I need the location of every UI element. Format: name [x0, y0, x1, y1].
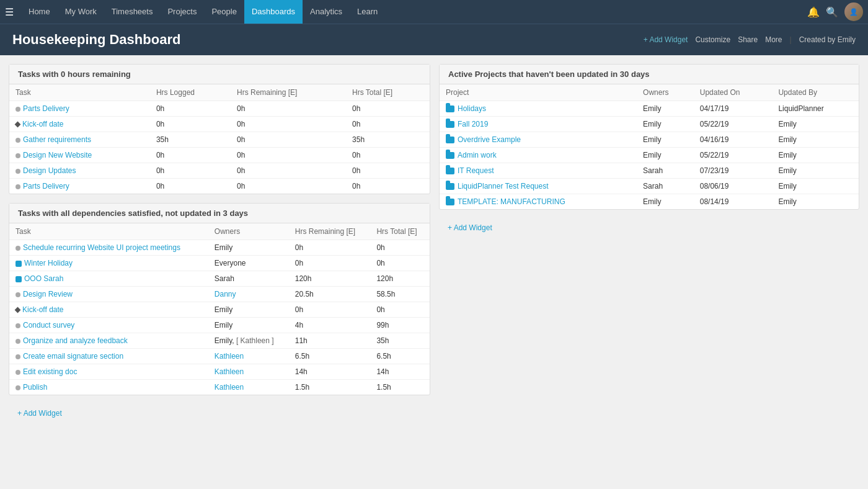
share-button[interactable]: Share — [738, 35, 758, 44]
hrs-total-cell: 6.5h — [370, 349, 430, 364]
task-link[interactable]: Design New Website — [23, 151, 92, 159]
owners-cell: Emily — [208, 240, 289, 256]
task-cell: Create email signature section — [9, 349, 208, 364]
task-link[interactable]: Organize and analyze feedback — [23, 336, 128, 345]
project-link[interactable]: Fall 2019 — [458, 120, 488, 128]
customize-button[interactable]: Customize — [695, 35, 730, 44]
nav-projects[interactable]: Projects — [160, 0, 204, 24]
col-task-1: Task — [9, 84, 150, 101]
task-cell: Winter Holiday — [9, 256, 208, 271]
col-owners-3: Owners — [637, 84, 694, 101]
nav-learn[interactable]: Learn — [350, 0, 385, 24]
col-task-2: Task — [9, 223, 208, 240]
project-link[interactable]: LiquidPlanner Test Request — [458, 182, 549, 191]
folder-icon — [446, 121, 454, 128]
project-cell: TEMPLATE: MANUFACTURING — [440, 194, 637, 210]
owners-cell: Emily — [637, 148, 694, 163]
hrs-remaining-cell: 0h — [231, 148, 346, 163]
header-actions: + Add Widget Customize Share More | Crea… — [644, 35, 856, 44]
right-add-widget-button[interactable]: + Add Widget — [439, 218, 859, 237]
header-add-widget-button[interactable]: + Add Widget — [644, 35, 688, 44]
project-cell: Overdrive Example — [440, 132, 637, 148]
task-link[interactable]: Parts Delivery — [23, 104, 69, 113]
owners-cell: Sarah — [208, 271, 289, 287]
hrs-total-cell: 35h — [370, 333, 430, 349]
project-link[interactable]: Overdrive Example — [458, 135, 521, 144]
dashboard-title: Housekeeping Dashboard — [12, 32, 180, 48]
owners-cell: Emily — [637, 194, 694, 210]
task-link[interactable]: Schedule recurring Website UI project me… — [23, 243, 180, 252]
table-row: Design Updates 0h 0h 0h — [9, 163, 430, 179]
project-link[interactable]: TEMPLATE: MANUFACTURING — [458, 197, 565, 206]
search-icon[interactable]: 🔍 — [826, 6, 838, 18]
circle-icon — [16, 370, 20, 375]
task-link[interactable]: Winter Holiday — [24, 259, 73, 267]
updated-by-cell: Emily — [772, 132, 859, 148]
project-link[interactable]: Holidays — [458, 104, 486, 113]
table-row: Conduct survey Emily 4h 99h — [9, 318, 430, 333]
more-button[interactable]: More — [765, 35, 782, 44]
notification-bell-icon[interactable]: 🔔 — [807, 6, 820, 18]
task-link[interactable]: Create email signature section — [23, 352, 123, 361]
project-link[interactable]: IT Request — [458, 166, 494, 175]
updated-by-cell: Emily — [772, 163, 859, 179]
hrs-total-cell: 0h — [346, 179, 430, 194]
hrs-total-cell: 120h — [370, 271, 430, 287]
task-link[interactable]: Gather requirements — [23, 135, 91, 144]
owners-cell: Everyone — [208, 256, 289, 271]
hrs-remaining-cell: 6.5h — [289, 349, 371, 364]
task-link[interactable]: OOO Sarah — [24, 274, 63, 283]
owner-link[interactable]: Kathleen — [215, 352, 244, 361]
hrs-total-cell: 0h — [346, 148, 430, 163]
table-row: IT Request Sarah 07/23/19 Emily — [440, 163, 859, 179]
table-row: Overdrive Example Emily 04/16/19 Emily — [440, 132, 859, 148]
table-row: Schedule recurring Website UI project me… — [9, 240, 430, 256]
avatar[interactable]: 👤 — [844, 2, 863, 21]
task-cell: Gather requirements — [9, 132, 150, 148]
task-link[interactable]: Parts Delivery — [23, 182, 69, 191]
folder-icon — [446, 105, 454, 112]
nav-timesheets[interactable]: Timesheets — [104, 0, 161, 24]
task-link[interactable]: Conduct survey — [23, 321, 74, 330]
col-owners-2: Owners — [208, 223, 289, 240]
calendar-icon — [16, 276, 22, 282]
task-link[interactable]: Kick-off date — [22, 305, 63, 314]
table-row: Design New Website 0h 0h 0h — [9, 148, 430, 163]
nav-right: 🔔 🔍 👤 — [807, 2, 863, 21]
owner-link[interactable]: Kathleen — [215, 383, 244, 392]
nav-analytics[interactable]: Analytics — [303, 0, 350, 24]
table-row: OOO Sarah Sarah 120h 120h — [9, 271, 430, 287]
project-cell: Fall 2019 — [440, 117, 637, 132]
table-row: Create email signature section Kathleen … — [9, 349, 430, 364]
owner-link[interactable]: Danny — [215, 290, 236, 298]
task-link[interactable]: Design Review — [23, 290, 73, 298]
hrs-logged-cell: 35h — [150, 132, 231, 148]
nav-links: Home My Work Timesheets Projects People … — [21, 0, 807, 24]
nav-people[interactable]: People — [204, 0, 244, 24]
project-cell: LiquidPlanner Test Request — [440, 179, 637, 194]
updated-by-cell: Emily — [772, 179, 859, 194]
task-link[interactable]: Design Updates — [23, 166, 76, 175]
task-cell: Organize and analyze feedback — [9, 333, 208, 349]
hrs-remaining-cell: 0h — [289, 302, 371, 318]
nav-mywork[interactable]: My Work — [58, 0, 104, 24]
nav-home[interactable]: Home — [21, 0, 58, 24]
hamburger-icon[interactable]: ☰ — [5, 6, 14, 18]
task-link[interactable]: Kick-off date — [22, 120, 63, 128]
project-link[interactable]: Admin work — [458, 151, 497, 159]
col-hrs-total-1: Hrs Total [E] — [346, 84, 430, 101]
circle-icon — [16, 184, 20, 189]
owners-cell: Danny — [208, 287, 289, 302]
nav-dashboards[interactable]: Dashboards — [244, 0, 303, 24]
task-link[interactable]: Publish — [23, 383, 47, 392]
updated-on-cell: 08/14/19 — [694, 194, 773, 210]
owner-link[interactable]: Kathleen — [215, 367, 244, 376]
folder-icon — [446, 183, 454, 190]
task-link[interactable]: Edit existing doc — [23, 367, 77, 376]
table-row: Parts Delivery 0h 0h 0h — [9, 101, 430, 117]
widget-dependencies: Tasks with all dependencies satisfied, n… — [9, 203, 430, 395]
left-add-widget-button[interactable]: + Add Widget — [9, 404, 430, 423]
project-cell: IT Request — [440, 163, 637, 179]
task-cell: Edit existing doc — [9, 364, 208, 380]
task-cell: Kick-off date — [9, 117, 150, 132]
